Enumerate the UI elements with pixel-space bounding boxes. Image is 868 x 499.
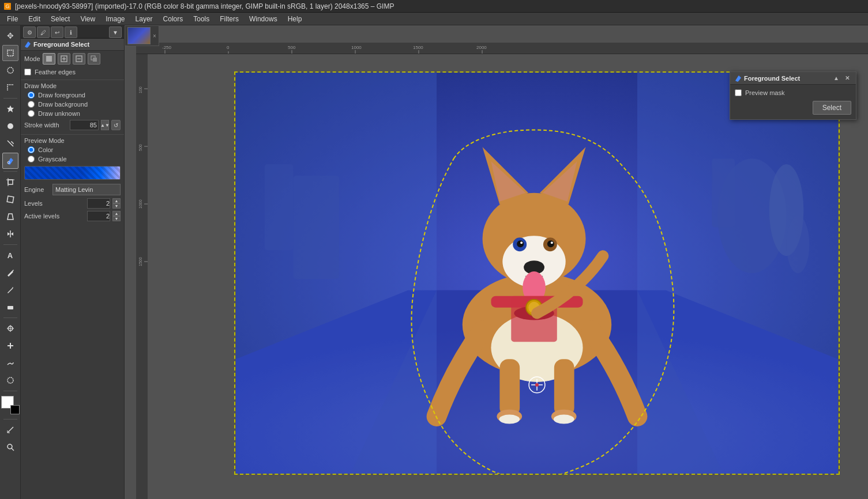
- engine-row: Engine Matting Levin Global Matting: [21, 182, 124, 197]
- active-levels-spinner[interactable]: ▲ ▼: [112, 211, 121, 221]
- draw-unknown-label[interactable]: Draw unknown: [38, 110, 80, 117]
- blur-tool[interactable]: [2, 372, 18, 388]
- menu-windows[interactable]: Windows: [245, 14, 282, 24]
- fg-select-tool[interactable]: [2, 153, 18, 169]
- thumbnail-close-icon[interactable]: ×: [153, 33, 156, 39]
- rect-select-tool[interactable]: [2, 45, 18, 61]
- tool-options-icon[interactable]: ⚙: [23, 27, 36, 38]
- draw-unknown-radio[interactable]: [28, 110, 35, 117]
- menu-tools[interactable]: Tools: [189, 14, 214, 24]
- mode-add-btn[interactable]: [58, 53, 70, 65]
- feather-edges-label[interactable]: Feather edges: [35, 69, 76, 75]
- select-button[interactable]: Select: [813, 101, 851, 115]
- separator-6: [3, 419, 17, 419]
- perspective-tool[interactable]: [2, 209, 18, 225]
- fg-panel-icon: [735, 75, 742, 82]
- draw-unknown-row: Draw unknown: [21, 109, 124, 118]
- levels-down-btn[interactable]: ▼: [112, 203, 121, 209]
- draw-background-label[interactable]: Draw background: [38, 101, 88, 108]
- svg-rect-32: [136, 43, 868, 54]
- draw-foreground-radio[interactable]: [28, 92, 35, 99]
- fg-panel-close-icon[interactable]: ✕: [843, 74, 851, 82]
- ellipse-select-tool[interactable]: [2, 62, 18, 78]
- fuzzy-select-tool[interactable]: [2, 101, 18, 117]
- menu-filters[interactable]: Filters: [215, 14, 243, 24]
- preview-grayscale-row: Grayscale: [21, 154, 124, 164]
- background-color[interactable]: [10, 405, 20, 414]
- document-info-icon[interactable]: ℹ: [65, 27, 77, 38]
- device-status-icon[interactable]: 🖊: [37, 27, 50, 38]
- paint-tool[interactable]: [2, 264, 18, 281]
- preview-mask-label[interactable]: Preview mask: [745, 89, 784, 96]
- levels-input[interactable]: [87, 198, 110, 209]
- move-tool[interactable]: ✥: [2, 28, 18, 44]
- ruler-top-svg: -250 0 500 1000 1500 2000: [136, 43, 868, 54]
- svg-rect-87: [554, 359, 574, 416]
- pencil-tool[interactable]: [2, 282, 18, 298]
- menu-edit[interactable]: Edit: [24, 14, 45, 24]
- panel-menu-icon[interactable]: ▼: [109, 27, 122, 38]
- menu-file[interactable]: File: [2, 14, 22, 24]
- menu-help[interactable]: Help: [283, 14, 307, 24]
- feather-edges-row: Feather edges: [21, 67, 124, 77]
- active-levels-up-btn[interactable]: ▲: [112, 211, 121, 216]
- crop-tool[interactable]: [2, 174, 18, 190]
- preview-mask-checkbox[interactable]: [735, 89, 742, 96]
- svg-text:1000: 1000: [351, 45, 362, 50]
- preview-color-label[interactable]: Color: [38, 146, 53, 153]
- draw-foreground-label[interactable]: Draw foreground: [38, 92, 85, 99]
- color-select-tool[interactable]: [2, 118, 18, 134]
- fg-panel-up-icon[interactable]: ▲: [832, 74, 841, 82]
- stroke-width-reset[interactable]: ↺: [111, 120, 121, 130]
- active-levels-input[interactable]: [87, 211, 110, 221]
- clone-tool[interactable]: [2, 320, 18, 337]
- tool-options-panel: ⚙ 🖊 ↩ ℹ ▼ Foreground Select Mode: [21, 25, 125, 499]
- svg-marker-12: [7, 232, 10, 236]
- undo-history-icon[interactable]: ↩: [51, 27, 63, 38]
- thumbnail-image: [127, 27, 151, 44]
- preview-color-radio[interactable]: [28, 146, 35, 153]
- stroke-width-input[interactable]: [70, 120, 99, 130]
- svg-rect-24: [46, 56, 52, 62]
- preview-grayscale-radio[interactable]: [28, 156, 35, 162]
- canvas-area[interactable]: 100 500 1000 1500: [136, 54, 868, 499]
- menu-select[interactable]: Select: [46, 14, 74, 24]
- levels-spinner[interactable]: ▲ ▼: [112, 198, 121, 209]
- separator-5: [3, 391, 17, 391]
- flip-tool[interactable]: [2, 226, 18, 242]
- mode-intersect-btn[interactable]: [88, 53, 100, 65]
- erase-tool[interactable]: [2, 299, 18, 315]
- feather-edges-checkbox[interactable]: [24, 69, 31, 75]
- menu-image[interactable]: Image: [101, 14, 129, 24]
- heal-tool[interactable]: [2, 338, 18, 354]
- draw-background-radio[interactable]: [28, 101, 35, 108]
- svg-point-22: [7, 444, 12, 449]
- free-select-tool[interactable]: [2, 80, 18, 96]
- mode-subtract-btn[interactable]: [73, 53, 85, 65]
- engine-select[interactable]: Matting Levin Global Matting: [52, 184, 121, 195]
- text-tool[interactable]: A: [2, 247, 18, 263]
- zoom-tool[interactable]: [2, 439, 18, 455]
- separator-1: [3, 98, 17, 99]
- fg-select-panel: Foreground Select ▲ ✕ Preview mask Selec…: [730, 71, 856, 120]
- stroke-width-row: Stroke width ▲▼ ↺: [21, 118, 124, 132]
- menu-colors[interactable]: Colors: [159, 14, 188, 24]
- svg-text:G: G: [5, 3, 9, 9]
- mode-replace-btn[interactable]: [43, 53, 55, 65]
- preview-grayscale-label[interactable]: Grayscale: [38, 156, 67, 162]
- fg-panel-body: Preview mask Select: [730, 85, 856, 119]
- svg-point-3: [7, 67, 13, 73]
- transform-tool[interactable]: [2, 191, 18, 207]
- smudge-tool[interactable]: [2, 355, 18, 371]
- menu-view[interactable]: View: [76, 14, 100, 24]
- levels-up-btn[interactable]: ▲: [112, 198, 121, 203]
- scissors-select-tool[interactable]: [2, 135, 18, 152]
- active-levels-down-btn[interactable]: ▼: [112, 216, 121, 221]
- svg-point-18: [7, 377, 13, 383]
- app-icon: G: [3, 2, 12, 10]
- fg-panel-title: Foreground Select: [744, 75, 800, 82]
- menu-layer[interactable]: Layer: [131, 14, 157, 24]
- svg-point-91: [554, 415, 574, 424]
- stroke-width-spinner[interactable]: ▲▼: [101, 120, 109, 130]
- measure-tool[interactable]: [2, 422, 18, 438]
